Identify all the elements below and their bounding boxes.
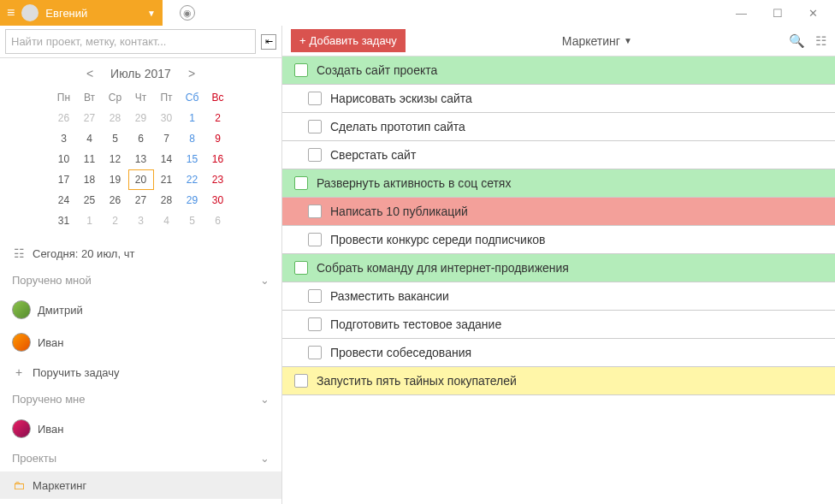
search-input[interactable] [5,29,256,54]
project-item-marketing[interactable]: 🗀 Маркетинг [0,471,281,499]
plus-icon: + [299,34,306,47]
calendar-day[interactable]: 8 [180,128,205,149]
task-checkbox[interactable] [308,317,322,331]
calendar-day[interactable]: 27 [128,190,154,210]
calendar-day[interactable]: 12 [103,149,128,169]
calendar-day[interactable]: 25 [77,190,103,210]
calendar-day[interactable]: 16 [205,149,231,169]
calendar-day[interactable]: 29 [128,108,154,128]
plus-icon: + [12,365,26,379]
calendar-day[interactable]: 1 [180,108,205,128]
calendar-dow: Вс [205,87,231,108]
task-label: Запустить пять тайных покупателей [317,374,517,388]
calendar-day[interactable]: 20 [128,169,154,190]
calendar-day[interactable]: 1 [77,210,103,231]
task-checkbox[interactable] [294,374,308,388]
close-button[interactable]: ✕ [808,7,818,20]
calendar-day[interactable]: 4 [77,128,103,149]
user-item-ivan-2[interactable]: Иван [0,412,281,445]
calendar-dow: Вт [77,87,103,108]
calendar-day[interactable]: 22 [180,169,205,190]
calendar-icon: ☷ [12,246,26,260]
calendar-day[interactable]: 26 [51,108,77,128]
task-checkbox[interactable] [308,92,322,105]
minimize-button[interactable]: — [736,7,747,20]
user-item-ivan[interactable]: Иван [0,326,281,359]
calendar-day[interactable]: 18 [77,169,103,190]
calendar-day[interactable]: 15 [180,149,205,169]
task-label: Собрать команду для интернет-продвижения [317,261,569,275]
calendar-day[interactable]: 11 [77,149,103,169]
project-title-dropdown[interactable]: Маркетинг ▼ [562,34,632,48]
calendar-day[interactable]: 23 [205,169,231,190]
calendar-day[interactable]: 3 [128,210,154,231]
maximize-button[interactable]: ☐ [773,7,783,20]
task-checkbox[interactable] [294,63,308,77]
collapse-sidebar-icon[interactable]: ⇤ [261,34,276,50]
calendar-day[interactable]: 19 [103,169,128,190]
calendar-day[interactable]: 10 [51,149,77,169]
calendar-day[interactable]: 6 [205,210,231,231]
calendar-day[interactable]: 27 [77,108,103,128]
task-item[interactable]: Развернуть активность в соц сетях [282,169,835,198]
task-item[interactable]: Создать сайт проекта [282,56,835,85]
assign-task-button[interactable]: + Поручить задачу [0,359,281,386]
chevron-down-icon[interactable]: ▼ [147,9,156,18]
task-item[interactable]: Провести собеседования [282,339,835,367]
section-projects[interactable]: Проекты ⌄ [0,445,281,471]
calendar-day[interactable]: 13 [128,149,154,169]
calendar-day[interactable]: 7 [154,128,180,149]
search-icon[interactable]: 🔍 [789,33,805,49]
calendar-day[interactable]: 24 [51,190,77,210]
task-checkbox[interactable] [308,233,322,246]
calendar-day[interactable]: 31 [51,210,77,231]
today-item[interactable]: ☷ Сегодня: 20 июл, чт [0,240,281,267]
task-checkbox[interactable] [308,148,322,162]
calendar-day[interactable]: 4 [154,210,180,231]
task-label: Создать сайт проекта [317,63,437,77]
calendar-day[interactable]: 30 [154,108,180,128]
hamburger-icon[interactable]: ≡ [7,5,15,21]
calendar-next[interactable]: > [188,67,195,80]
calendar-day[interactable]: 29 [180,190,205,210]
task-checkbox[interactable] [308,346,322,359]
add-task-button[interactable]: + Добавить задачу [291,29,406,52]
task-item[interactable]: Нарисовать эскизы сайта [282,85,835,113]
calendar-prev[interactable]: < [86,67,93,80]
task-checkbox[interactable] [308,205,322,218]
calendar-day[interactable]: 17 [51,169,77,190]
task-item[interactable]: Сделать прототип сайта [282,113,835,141]
main-header: + Добавить задачу Маркетинг ▼ 🔍 ☷ [282,26,835,56]
project-item-templates[interactable]: 🗀 Шаблоны ‹ [0,499,281,504]
task-item[interactable]: Написать 10 публикаций [282,198,835,226]
task-checkbox[interactable] [294,176,308,190]
calendar-day[interactable]: 3 [51,128,77,149]
calendar-day[interactable]: 28 [154,190,180,210]
task-item[interactable]: Подготовить тестовое задание [282,311,835,339]
section-assigned-to-me[interactable]: Поручено мне ⌄ [0,386,281,412]
task-item[interactable]: Запустить пять тайных покупателей [282,367,835,395]
task-item[interactable]: Разместить вакансии [282,282,835,311]
calendar-day[interactable]: 14 [154,149,180,169]
calendar-day[interactable]: 26 [103,190,128,210]
calendar-day[interactable]: 9 [205,128,231,149]
calendar-day[interactable]: 21 [154,169,180,190]
user-item-dmitry[interactable]: Дмитрий [0,294,281,326]
calendar-day[interactable]: 5 [103,128,128,149]
task-checkbox[interactable] [308,289,322,303]
globe-icon[interactable]: ◉ [180,5,195,21]
user-menu[interactable]: ≡ Евгений ▼ [0,0,163,26]
date-filter-icon[interactable]: ☷ [815,33,826,49]
task-item[interactable]: Провести конкурс середи подписчиков [282,226,835,254]
calendar-day[interactable]: 5 [180,210,205,231]
task-item[interactable]: Собрать команду для интернет-продвижения [282,254,835,282]
task-item[interactable]: Сверстать сайт [282,141,835,169]
calendar-day[interactable]: 2 [205,108,231,128]
calendar-day[interactable]: 2 [103,210,128,231]
calendar-day[interactable]: 30 [205,190,231,210]
calendar-day[interactable]: 6 [128,128,154,149]
task-checkbox[interactable] [294,261,308,275]
section-assigned-by-me[interactable]: Поручено мной ⌄ [0,267,281,294]
calendar-day[interactable]: 28 [103,108,128,128]
task-checkbox[interactable] [308,120,322,133]
